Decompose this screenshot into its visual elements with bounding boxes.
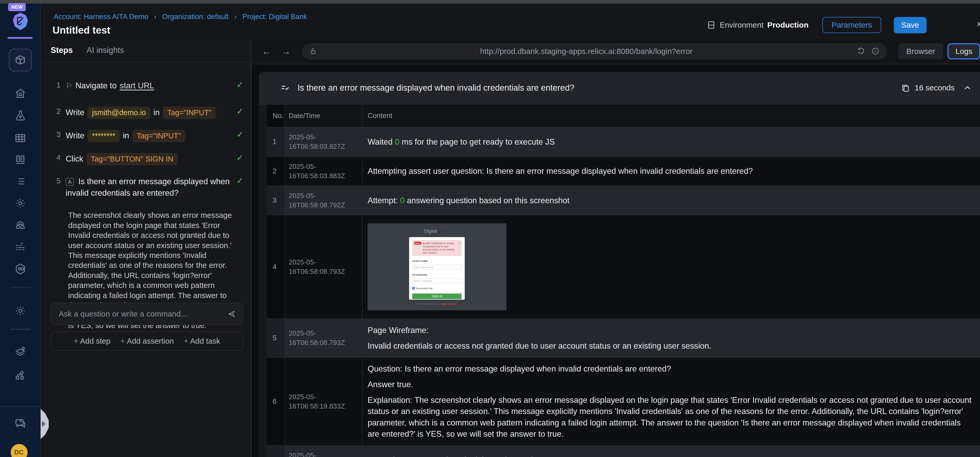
wireframe-help-link: Click here for help (P3)	[412, 309, 462, 311]
steps-tabs: Steps AI insights	[41, 39, 251, 62]
window-top-strip	[0, 0, 980, 4]
header-bar: Account: Harness AITA Demo › Organizatio…	[41, 4, 980, 38]
save-button[interactable]: Save	[894, 17, 927, 33]
step-success-check-icon: ✓	[237, 80, 243, 90]
log-content-line: Invalid credentials or access not grante…	[368, 340, 974, 352]
assertion-badge-icon: A	[66, 178, 74, 186]
log-row-timestamp: 2025-05-16T06:58:08.793Z	[285, 215, 363, 318]
log-table-header: No.Date/TimeContent	[267, 105, 980, 127]
log-row-content: Waited 0 ms for the page to get ready to…	[363, 131, 980, 153]
step-number: 1	[51, 80, 60, 89]
page-title: Untitled test	[52, 24, 110, 36]
sidebar-item-help[interactable]	[0, 414, 41, 432]
step-success-check-icon: ✓	[237, 107, 243, 116]
step-row[interactable]: 1⚐Navigate tostart URL✓	[51, 80, 243, 91]
breadcrumb-account[interactable]: Account: Harness AITA Demo	[54, 13, 148, 21]
log-row-content: Attempt: 0 answering question based on t…	[363, 189, 980, 212]
sidebar-item-grid[interactable]	[0, 129, 41, 147]
sidebar-item-chaos[interactable]	[0, 238, 41, 256]
breadcrumb-organization[interactable]: Organization: default	[162, 13, 229, 21]
log-row: 52025-05-16T06:58:08.793ZPage Wireframe:…	[267, 319, 980, 357]
timestamp-text: 2025-05-16T06:58:08.793Z	[289, 328, 358, 347]
breadcrumb-project[interactable]: Project: Digital Bank	[242, 13, 307, 21]
step-link[interactable]: start URL	[120, 81, 154, 90]
duration-number: 0	[400, 196, 404, 205]
add-step-button[interactable]: +Add step	[74, 337, 110, 346]
step-number: 4	[51, 153, 60, 162]
step-row[interactable]: 3Write********inTag="INPUT"✓	[51, 130, 243, 142]
browser-view-button[interactable]: Browser	[898, 43, 943, 60]
log-text: Attempting assert user question: Is ther…	[368, 167, 753, 176]
tab-ai-insights[interactable]: AI insights	[86, 46, 124, 55]
sidebar-item-list[interactable]	[0, 172, 41, 190]
log-content-line: Question: Is there an error message disp…	[368, 363, 974, 374]
log-row-timestamp: 2025-05-16T06:58:19.833Z	[285, 358, 363, 445]
sidebar-item-cd[interactable]	[0, 260, 41, 277]
log-content-line: Synced step state and marked the end eve…	[368, 454, 974, 457]
log-row: 72025-05-16T06:58:19.863ZSynced step sta…	[267, 446, 980, 457]
sidebar-item-default-settings[interactable]	[0, 342, 41, 360]
step-body: ClickTag="BUTTON" SIGN IN	[66, 153, 232, 166]
step-selector-chip[interactable]: Tag="INPUT"	[132, 130, 186, 142]
grid-icon	[14, 132, 27, 144]
column-header-datetime: Date/Time	[285, 105, 363, 127]
question-header-row[interactable]: Is there an error message displayed when…	[259, 72, 980, 105]
harness-logo[interactable]	[12, 12, 29, 31]
screenshot-thumbnail[interactable]: Digital BankErrorInvalid credentials or …	[368, 223, 506, 311]
step-text: in	[123, 131, 129, 140]
wireframe-signin-button: SIGN IN	[412, 294, 462, 299]
wireframe-error-close-icon: ×	[458, 242, 460, 254]
chaos-dashes-icon	[14, 241, 27, 253]
step-value-chip[interactable]: jsmith@demo.io	[88, 107, 150, 119]
send-icon[interactable]	[227, 309, 237, 318]
wireframe-checkbox: ✓	[412, 287, 415, 290]
refresh-icon[interactable]	[857, 47, 865, 55]
wireframe-error-badge: Error	[414, 242, 422, 245]
log-text: answering question based on this screens…	[404, 196, 570, 205]
timestamp-text: 2025-05-16T06:58:03.883Z	[289, 162, 358, 181]
step-body: AIs there an error message displayed whe…	[66, 176, 232, 198]
logs-view-button[interactable]: Logs	[947, 43, 980, 59]
step-selector-chip[interactable]: Tag="BUTTON" SIGN IN	[86, 153, 178, 166]
ask-command-input[interactable]	[57, 309, 227, 319]
log-row-timestamp: 2025-05-16T06:58:19.863Z	[285, 446, 363, 457]
log-text: Synced step state and marked the end eve…	[368, 455, 540, 457]
add-assertion-button[interactable]: +Add assertion	[120, 337, 174, 346]
sidebar-item-settings-gear[interactable]	[0, 194, 41, 212]
back-icon[interactable]: ←	[262, 46, 272, 57]
add-task-button[interactable]: +Add task	[184, 337, 220, 346]
info-icon[interactable]	[871, 47, 880, 55]
sidebar-item-home[interactable]	[0, 84, 41, 102]
sidebar-item-support[interactable]	[0, 216, 41, 234]
log-row-number: 5	[267, 319, 285, 357]
step-value-chip[interactable]: ********	[88, 130, 119, 142]
log-row: 12025-05-16T06:58:03.827ZWaited 0 ms for…	[267, 127, 980, 157]
browser-toolbar: ← → http://prod.dbank.staging-apps.relic…	[252, 39, 980, 64]
active-module-underline	[8, 37, 33, 39]
log-row-timestamp: 2025-05-16T06:58:08.792Z	[285, 186, 363, 215]
environment-icon	[706, 20, 716, 30]
log-row-number: 2	[267, 157, 285, 186]
step-row[interactable]: 4ClickTag="BUTTON" SIGN IN✓	[51, 153, 243, 166]
sidebar-divider	[10, 287, 30, 288]
forward-icon[interactable]: →	[282, 46, 291, 57]
sidebar-item-account-settings[interactable]	[0, 302, 41, 319]
chevron-up-icon[interactable]	[963, 84, 971, 92]
timestamp-text: 2025-05-16T06:58:19.863Z	[289, 451, 358, 457]
wireframe-password-label: PASSWORD	[412, 272, 462, 278]
tab-steps[interactable]: Steps	[51, 46, 73, 55]
layers-gear-icon	[14, 345, 27, 358]
cards-icon	[14, 154, 27, 166]
parameters-button[interactable]: Parameters	[822, 17, 881, 33]
sidebar-item-lab[interactable]	[0, 107, 41, 124]
sidebar-item-module-selected[interactable]	[9, 49, 32, 71]
copy-icon[interactable]	[901, 84, 910, 92]
step-row[interactable]: 2Writejsmith@demo.ioinTag="INPUT"✓	[51, 107, 243, 119]
step-row[interactable]: 5AIs there an error message displayed wh…	[51, 176, 243, 198]
close-icon[interactable]: ×	[977, 19, 980, 30]
list-icon	[14, 175, 27, 188]
step-selector-chip[interactable]: Tag="INPUT"	[163, 107, 216, 119]
url-bar[interactable]: http://prod.dbank.staging-apps.relicx.ai…	[302, 43, 887, 60]
sidebar-item-cards[interactable]	[0, 151, 41, 169]
sidebar-item-org-structure[interactable]	[0, 366, 41, 384]
